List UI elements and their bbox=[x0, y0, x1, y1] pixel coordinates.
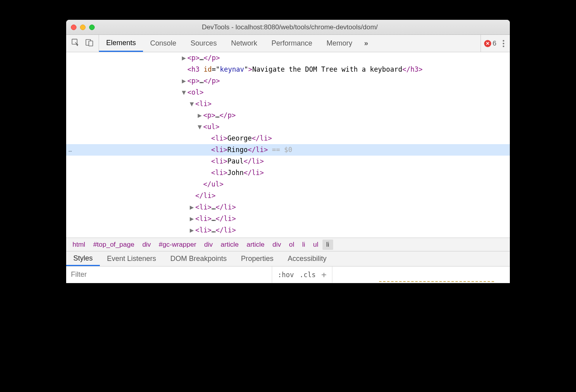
new-style-rule-icon[interactable]: + bbox=[321, 270, 326, 280]
titlebar[interactable]: DevTools - localhost:8080/web/tools/chro… bbox=[66, 20, 510, 35]
crumb-div[interactable]: div bbox=[269, 240, 285, 250]
sidebar-tabs: Styles Event Listeners DOM Breakpoints P… bbox=[66, 251, 510, 266]
tab-console[interactable]: Console bbox=[143, 35, 183, 52]
dom-node[interactable]: <li>John</li> bbox=[66, 167, 510, 179]
dom-node-selected[interactable]: …<li>Ringo</li> == $0 bbox=[66, 144, 510, 156]
main-toolbar: Elements Console Sources Network Perform… bbox=[66, 35, 510, 52]
styles-toolbar: :hov .cls + bbox=[66, 266, 510, 283]
crumb-top-of-page[interactable]: #top_of_page bbox=[89, 240, 138, 250]
crumb-article[interactable]: article bbox=[242, 240, 268, 250]
devtools-window: DevTools - localhost:8080/web/tools/chro… bbox=[66, 20, 510, 283]
dom-node[interactable]: ▶<li>…</li> bbox=[66, 213, 510, 225]
svg-rect-2 bbox=[89, 41, 93, 46]
styles-filter-input[interactable] bbox=[66, 266, 272, 283]
tab-network[interactable]: Network bbox=[224, 35, 264, 52]
error-count-badge[interactable]: ✕ 6 bbox=[484, 40, 496, 48]
dom-node[interactable]: ▶<p>…</p> bbox=[66, 75, 510, 87]
dom-node[interactable]: </li> bbox=[66, 190, 510, 202]
inspect-icon[interactable] bbox=[71, 38, 80, 49]
crumb-ol[interactable]: ol bbox=[285, 240, 298, 250]
box-model-preview bbox=[379, 281, 494, 283]
crumb-div[interactable]: div bbox=[138, 240, 155, 250]
dom-node[interactable]: ▶<li>…</li> bbox=[66, 225, 510, 236]
tab-sources[interactable]: Sources bbox=[183, 35, 224, 52]
settings-menu-icon[interactable] bbox=[500, 40, 507, 47]
subtab-properties[interactable]: Properties bbox=[234, 251, 280, 266]
dom-node[interactable]: <li>George</li> bbox=[66, 133, 510, 144]
crumb-ul[interactable]: ul bbox=[309, 240, 322, 250]
toolbar-icons bbox=[66, 35, 99, 52]
hov-toggle[interactable]: :hov bbox=[278, 271, 294, 279]
dom-node[interactable]: <li>Paul</li> bbox=[66, 156, 510, 167]
error-count: 6 bbox=[493, 40, 496, 48]
tabs-overflow[interactable]: » bbox=[359, 35, 373, 52]
dom-node[interactable]: ▶<p>…</p> bbox=[66, 52, 510, 64]
subtab-styles[interactable]: Styles bbox=[66, 251, 100, 266]
styles-controls: :hov .cls + bbox=[272, 266, 332, 283]
dom-node[interactable]: ▶<p>…</p> bbox=[66, 110, 510, 121]
dom-node[interactable]: </ul> bbox=[66, 179, 510, 190]
subtab-accessibility[interactable]: Accessibility bbox=[280, 251, 334, 266]
cls-toggle[interactable]: .cls bbox=[299, 271, 316, 279]
dom-node[interactable]: ▼<li> bbox=[66, 98, 510, 110]
selected-row-marker[interactable]: … bbox=[66, 144, 118, 156]
panel-tabs: Elements Console Sources Network Perform… bbox=[99, 35, 481, 52]
device-toggle-icon[interactable] bbox=[85, 38, 94, 49]
dom-tree-panel[interactable]: ▶<p>…</p> <h3 id="keynav">Navigate the D… bbox=[66, 52, 510, 238]
window-title: DevTools - localhost:8080/web/tools/chro… bbox=[74, 23, 505, 31]
tab-performance[interactable]: Performance bbox=[264, 35, 319, 52]
tab-memory[interactable]: Memory bbox=[319, 35, 359, 52]
dom-node[interactable]: <h3 id="keynav">Navigate the DOM Tree wi… bbox=[66, 64, 510, 75]
dom-node[interactable]: ▶<li>…</li> bbox=[66, 202, 510, 213]
tab-elements[interactable]: Elements bbox=[99, 35, 143, 52]
crumb-li-selected[interactable]: li bbox=[322, 240, 334, 250]
dom-breadcrumb[interactable]: html #top_of_page div #gc-wrapper div ar… bbox=[66, 238, 510, 251]
crumb-html[interactable]: html bbox=[69, 240, 89, 250]
toolbar-right: ✕ 6 bbox=[481, 35, 510, 52]
dom-node[interactable]: ▼<ol> bbox=[66, 87, 510, 98]
crumb-gc-wrapper[interactable]: #gc-wrapper bbox=[155, 240, 200, 250]
error-icon: ✕ bbox=[484, 40, 491, 47]
subtab-dom-breakpoints[interactable]: DOM Breakpoints bbox=[163, 251, 234, 266]
dom-node[interactable]: ▼<ul> bbox=[66, 121, 510, 133]
dom-node[interactable]: ▶<li>…</li> bbox=[66, 236, 510, 238]
crumb-div[interactable]: div bbox=[200, 240, 217, 250]
crumb-li[interactable]: li bbox=[298, 240, 309, 250]
crumb-article[interactable]: article bbox=[217, 240, 242, 250]
subtab-event-listeners[interactable]: Event Listeners bbox=[100, 251, 163, 266]
